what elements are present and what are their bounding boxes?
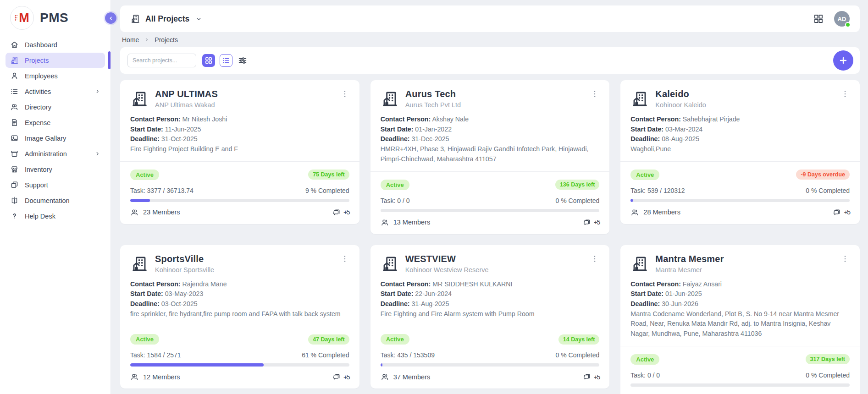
members-info[interactable]: 23 Members — [130, 208, 180, 217]
deadline-value: 08-Aug-2025 — [662, 135, 699, 142]
plus-icon — [838, 55, 848, 66]
members-info[interactable]: 13 Members — [381, 218, 431, 227]
project-card[interactable]: WESTVIEW Kohinoor Westview Reserve Conta… — [370, 245, 610, 389]
sidebar-item-label: Image Gallary — [25, 135, 66, 142]
chat-info[interactable]: +5 — [332, 372, 349, 381]
members-info[interactable]: 12 Members — [130, 372, 180, 381]
sidebar-item-dashboard[interactable]: Dashboard — [6, 37, 105, 52]
brand: M PMS — [0, 0, 111, 34]
divider — [120, 161, 359, 162]
progress-track — [630, 383, 850, 387]
card-menu-button[interactable] — [590, 89, 599, 98]
members-info[interactable]: 37 Members — [381, 372, 431, 381]
projects-toolbar — [120, 47, 860, 74]
contact-value: Mr Nitesh Joshi — [182, 115, 227, 123]
sidebar-item-image-gallary[interactable]: Image Gallary — [6, 131, 105, 146]
progress-bar — [130, 363, 264, 367]
avatar[interactable]: AD — [834, 11, 850, 27]
people-icon — [130, 208, 139, 217]
project-card[interactable]: Mantra Mesmer Mantra Mesmer Contact Pers… — [620, 245, 860, 394]
sidebar-item-projects[interactable]: Projects — [6, 53, 105, 68]
status-badge: Active — [381, 334, 409, 345]
breadcrumb: Home Projects — [122, 36, 858, 44]
project-details: Contact Person: Sahebhajrat Pirjade Star… — [630, 115, 850, 154]
home-icon — [10, 40, 19, 49]
deadline-label: Deadline: — [381, 135, 410, 142]
search-input[interactable] — [127, 54, 196, 67]
deadline-value: 03-Oct-2025 — [161, 300, 198, 307]
store-icon — [10, 165, 19, 174]
sidebar-item-support[interactable]: Support — [6, 177, 105, 192]
list-view-button[interactable] — [220, 54, 232, 67]
sidebar-item-documentation[interactable]: Documentation — [6, 193, 105, 208]
sidebar-item-employees[interactable]: Employees — [6, 68, 105, 83]
sidebar-item-label: Administration — [25, 150, 67, 158]
kebab-icon — [340, 254, 349, 263]
chat-icon — [583, 218, 592, 227]
status-badge: Active — [630, 354, 659, 365]
filter-button[interactable] — [236, 54, 249, 67]
project-card[interactable]: Aurus Tech Aurus Tech Pvt Ltd Contact Pe… — [370, 80, 610, 234]
members-count: 37 Members — [393, 373, 431, 381]
apps-grid-button[interactable] — [813, 13, 824, 24]
project-title: Kaleido — [655, 89, 834, 99]
chat-info[interactable]: +5 — [583, 372, 600, 381]
app-name: PMS — [40, 11, 68, 25]
days-left-badge: -9 Days overdue — [796, 170, 850, 180]
contact-label: Contact Person: — [381, 280, 431, 288]
project-card[interactable]: ANP ULTIMAS ANP Ultimas Wakad Contact Pe… — [120, 80, 359, 224]
sidebar-item-administration[interactable]: Administration — [6, 146, 105, 161]
days-left-badge: 75 Days left — [308, 170, 349, 180]
status-badge: Active — [130, 334, 159, 345]
card-menu-button[interactable] — [340, 254, 349, 263]
chat-info[interactable]: +5 — [583, 218, 600, 227]
start-date-value: 01-Jun-2025 — [665, 290, 702, 297]
percent-completed: 0 % Completed — [806, 187, 850, 194]
chat-info[interactable]: +5 — [833, 208, 850, 217]
sidebar-item-inventory[interactable]: Inventory — [6, 162, 105, 177]
project-description: Fire Fighting and Fire Alarm system with… — [381, 309, 600, 319]
breadcrumb-home[interactable]: Home — [122, 36, 139, 44]
deadline-label: Deadline: — [630, 300, 660, 307]
project-card[interactable]: SportsVille Kohinoor Sportsville Contact… — [120, 245, 359, 389]
people-icon — [130, 372, 139, 381]
projects-grid: ANP ULTIMAS ANP Ultimas Wakad Contact Pe… — [120, 80, 860, 394]
chat-info[interactable]: +5 — [332, 208, 349, 217]
sidebar-item-help-desk[interactable]: Help Desk — [6, 208, 105, 224]
sidebar-item-expense[interactable]: Expense — [6, 115, 105, 130]
members-count: 13 Members — [393, 219, 431, 226]
project-description: Wagholi,Pune — [630, 144, 850, 154]
days-left-badge: 317 Days left — [806, 354, 850, 364]
card-menu-button[interactable] — [840, 254, 850, 263]
sidebar-item-label: Dashboard — [25, 41, 57, 49]
grid-view-button[interactable] — [202, 54, 215, 67]
copy-icon — [10, 181, 19, 189]
start-date-value: 03-Mar-2024 — [665, 126, 702, 133]
start-date-label: Start Date: — [130, 290, 163, 297]
sidebar-item-activities[interactable]: Activities — [6, 84, 105, 99]
card-menu-button[interactable] — [590, 254, 599, 263]
progress-track — [381, 209, 600, 212]
sidebar-item-directory[interactable]: Directory — [6, 99, 105, 115]
people-icon — [10, 103, 19, 111]
chat-icon — [332, 372, 341, 381]
status-badge: Active — [630, 170, 659, 180]
members-info[interactable]: 28 Members — [630, 208, 680, 217]
card-menu-button[interactable] — [840, 89, 850, 98]
start-date-label: Start Date: — [381, 290, 414, 297]
project-title: SportsVille — [155, 254, 334, 264]
project-card[interactable]: Kaleido Kohinoor Kaleido Contact Person:… — [620, 80, 860, 224]
people-icon — [381, 372, 389, 381]
task-count: Task: 3377 / 36713.74 — [130, 187, 194, 194]
list-icon — [10, 87, 19, 96]
card-menu-button[interactable] — [340, 89, 349, 98]
topbar-actions: AD — [813, 11, 850, 27]
progress-track — [630, 199, 850, 202]
project-selector[interactable]: All Projects — [130, 14, 202, 24]
sidebar-collapse-button[interactable] — [105, 12, 116, 24]
grid-view-icon — [204, 56, 213, 65]
days-left-badge: 136 Days left — [555, 180, 599, 190]
project-title: Mantra Mesmer — [655, 254, 834, 264]
kebab-icon — [840, 254, 850, 263]
add-project-button[interactable] — [833, 50, 853, 71]
